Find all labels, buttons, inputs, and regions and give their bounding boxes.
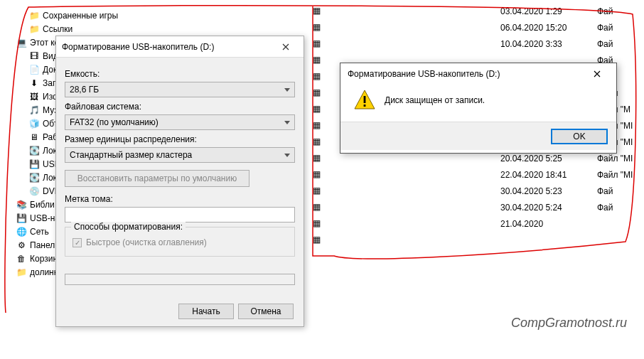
pc-icon: 💻 [16, 37, 27, 48]
file-icon: ▦ [313, 218, 324, 230]
image-icon: 🖼 [28, 91, 40, 102]
allocation-dropdown[interactable]: Стандартный размер кластера [65, 147, 295, 163]
file-icon: ▦ [313, 169, 324, 181]
file-icon: ▦ [313, 87, 324, 99]
file-icon: ▦ [313, 202, 324, 213]
filesystem-dropdown[interactable]: FAT32 (по умолчанию) [65, 114, 295, 130]
download-icon: ⬇ [28, 77, 40, 89]
file-icon: ▦ [313, 104, 324, 115]
filesystem-value: FAT32 (по умолчанию) [70, 117, 159, 127]
nav-label: Библи [30, 200, 55, 210]
nav-item[interactable]: 📁Ссылки [14, 22, 128, 36]
file-row[interactable]: ▦10.04.2020 3:33Фай [313, 36, 640, 52]
lib-icon: 📚 [16, 199, 27, 210]
close-icon[interactable] [274, 38, 298, 55]
dvd-icon: 💿 [28, 186, 40, 197]
cancel-button[interactable]: Отмена [238, 304, 294, 319]
allocation-value: Стандартный размер кластера [70, 150, 192, 160]
disk-icon: 💽 [28, 172, 40, 183]
folder-icon: 📁 [28, 23, 40, 35]
file-icon: ▦ [313, 235, 324, 246]
close-icon[interactable] [585, 65, 609, 82]
file-icon: ▦ [313, 186, 324, 197]
restore-defaults-button[interactable]: Восстановить параметры по умолчанию [65, 170, 249, 187]
video-icon: 🎞 [28, 50, 40, 62]
usb-icon: 💾 [16, 213, 27, 224]
quick-format-checkbox[interactable]: ✓ [73, 238, 82, 247]
start-button[interactable]: Начать [178, 304, 234, 319]
file-row[interactable]: ▦21.04.2020 [313, 215, 640, 232]
allocation-label: Размер единицы распределения: [65, 134, 295, 144]
msgbox-text: Диск защищен от записи. [385, 95, 485, 105]
svg-rect-2 [364, 105, 366, 107]
nav-label: Сохраненные игры [43, 11, 118, 21]
file-icon: ▦ [313, 136, 324, 148]
warning-icon [353, 89, 376, 112]
file-icon: ▦ [313, 38, 324, 50]
object-icon: 🧊 [28, 118, 40, 129]
format-dialog: Форматирование USB-накопитель (D:) Емкос… [55, 36, 304, 327]
doc-icon: 📄 [28, 64, 40, 75]
desktop-icon: 🖥 [28, 132, 40, 143]
file-row[interactable]: ▦06.04.2020 15:20Фай [313, 19, 640, 36]
file-icon: ▦ [313, 153, 324, 164]
file-icon: ▦ [313, 55, 324, 66]
volume-input[interactable] [65, 207, 295, 223]
bin-icon: 🗑 [16, 253, 27, 264]
progress-bar [65, 274, 295, 285]
methods-label: Способы форматирования: [71, 222, 186, 232]
file-icon: ▦ [313, 120, 324, 132]
disk-icon: 💽 [28, 145, 40, 156]
filesystem-label: Файловая система: [65, 102, 295, 112]
dialog-title: Форматирование USB-накопитель (D:) [62, 42, 274, 52]
file-type: Фай [597, 6, 640, 16]
file-icon: ▦ [313, 71, 324, 82]
capacity-dropdown[interactable]: 28,6 ГБ [65, 82, 295, 97]
message-box: Форматирование USB-накопитель (D:) Диск … [340, 63, 617, 154]
file-icon: ▦ [313, 6, 324, 17]
file-date: 30.04.2020 5:24 [500, 203, 597, 213]
volume-label: Метка тома: [65, 194, 295, 204]
file-date: 10.04.2020 3:33 [500, 39, 597, 49]
file-date: 03.04.2020 1:29 [500, 6, 597, 16]
file-type: Фай [597, 186, 640, 196]
music-icon: 🎵 [28, 105, 40, 116]
file-row[interactable]: ▦30.04.2020 5:23Фай [313, 183, 640, 199]
file-row[interactable]: ▦03.04.2020 1:29Фай [313, 3, 640, 19]
nav-label: Корзин [30, 254, 58, 264]
file-date: 22.04.2020 18:41 [500, 170, 597, 180]
ok-button[interactable]: OK [551, 129, 608, 144]
file-type: Фай [597, 23, 640, 33]
capacity-label: Емкость: [65, 69, 295, 79]
usb-icon: 💾 [28, 159, 40, 170]
quick-format-label: Быстрое (очистка оглавления) [86, 237, 207, 247]
file-date: 06.04.2020 15:20 [500, 23, 597, 33]
file-date: 20.04.2020 5:25 [500, 154, 597, 164]
file-date: 30.04.2020 5:23 [500, 186, 597, 196]
file-type: Фай [597, 203, 640, 213]
panel-icon: ⚙ [16, 240, 27, 251]
folder-icon: 📁 [28, 10, 40, 21]
nav-item[interactable]: 📁Сохраненные игры [14, 9, 128, 22]
net-icon: 🌐 [16, 226, 27, 237]
file-type: Фай [597, 39, 640, 49]
format-methods-group: Способы форматирования: ✓ Быстрое (очист… [65, 227, 295, 257]
watermark: CompGramotnost.ru [511, 316, 627, 331]
nav-label: Сеть [30, 227, 49, 237]
nav-label: Ссылки [43, 24, 73, 34]
msgbox-titlebar[interactable]: Форматирование USB-накопитель (D:) [340, 63, 616, 85]
msgbox-title: Форматирование USB-накопитель (D:) [348, 69, 585, 79]
file-icon: ▦ [313, 22, 324, 33]
capacity-value: 28,6 ГБ [70, 85, 99, 95]
file-row[interactable]: ▦22.04.2020 18:41Файл "MI [313, 166, 640, 183]
file-row[interactable]: ▦30.04.2020 5:24Фай [313, 199, 640, 215]
svg-rect-1 [364, 96, 366, 103]
folder-icon: 📁 [16, 267, 27, 278]
file-date: 21.04.2020 [500, 219, 597, 229]
titlebar[interactable]: Форматирование USB-накопитель (D:) [56, 36, 304, 58]
file-row[interactable]: ▦ [313, 232, 640, 248]
file-type: Файл "MI [597, 170, 640, 180]
file-type: Файл "MI [597, 154, 640, 164]
